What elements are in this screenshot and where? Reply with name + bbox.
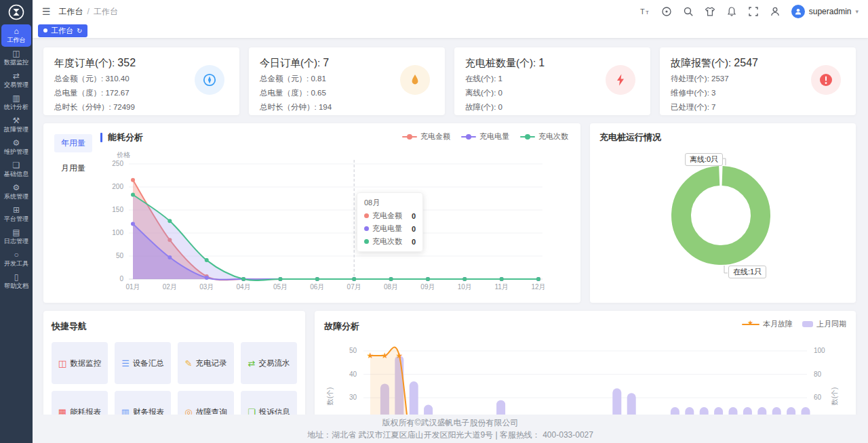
svg-text:12月: 12月 xyxy=(531,283,545,291)
monitor-icon: ◫ xyxy=(12,49,20,58)
svg-text:60: 60 xyxy=(814,394,822,401)
star-icon: ★ xyxy=(747,319,753,326)
legend-bar-marker xyxy=(802,321,813,327)
sidebar-item-系统管理[interactable]: ⚙系统管理 xyxy=(0,181,33,203)
sidebar-item-帮助文档[interactable]: ▯帮助文档 xyxy=(0,270,33,293)
legend-item-充电金额[interactable]: 充电金额 xyxy=(402,131,450,142)
energy-chart-svg[interactable]: 05010015020025001月02月03月04月05月06月07月08月0… xyxy=(100,145,570,299)
header-fullscreen-icon[interactable] xyxy=(748,6,759,17)
quick-nav-title: 快捷导航 xyxy=(52,319,297,334)
pile-status-title: 充电桩运行情况 xyxy=(599,130,846,145)
tooltip-series-dot xyxy=(364,213,369,218)
legend-item-本月故障[interactable]: ★本月故障 xyxy=(742,319,793,329)
copyright-line: 版权所有©武汉盛帆电子股份有限公司 xyxy=(33,417,868,429)
quick-nav-充电记录[interactable]: ✎充电记录 xyxy=(178,342,234,384)
legend-marker xyxy=(520,136,535,138)
stat-card-title: 故障报警(个): xyxy=(671,57,734,68)
sidebar-item-开发工具[interactable]: ○开发工具 xyxy=(0,248,33,270)
stat-card-line: 已处理(个): 7 xyxy=(671,102,845,112)
svg-text:10月: 10月 xyxy=(458,283,472,291)
hamburger-icon[interactable]: ☰ xyxy=(42,6,51,17)
sidebar-item-数据监控[interactable]: ◫数据监控 xyxy=(0,47,33,69)
energy-analysis-card: 年用量 月用量 能耗分析 充电金额充电电量充电次数 05010015020025… xyxy=(43,123,580,303)
sidebar-item-日志管理[interactable]: ▤日志管理 xyxy=(0,226,33,248)
sidebar-item-故障管理[interactable]: ⚒故障管理 xyxy=(0,114,33,136)
quick-nav-flow-icon: ⇄ xyxy=(248,358,256,368)
header-text-size-icon[interactable]: TT xyxy=(639,6,650,17)
svg-text:100: 100 xyxy=(814,347,825,354)
quick-nav-数据监控[interactable]: ◫数据监控 xyxy=(52,342,108,384)
donut-chart-area: 离线:0只 在线:1只 xyxy=(599,148,846,286)
drop-icon xyxy=(400,65,430,95)
svg-text:100: 100 xyxy=(112,229,123,236)
legend-dot xyxy=(525,134,530,140)
quick-nav-设备汇总[interactable]: ☰设备汇总 xyxy=(115,342,171,384)
svg-text:11月: 11月 xyxy=(494,283,508,291)
wrench-icon: ⚒ xyxy=(13,117,20,125)
stat-card-title: 充电桩数量(个): xyxy=(465,57,538,68)
compass-icon xyxy=(195,65,224,95)
svg-text:数(个): 数(个) xyxy=(831,387,838,406)
tab-active-dot xyxy=(43,28,47,33)
sidebar-item-平台管理[interactable]: ⊞平台管理 xyxy=(0,203,33,226)
svg-text:★: ★ xyxy=(395,351,403,360)
sidebar-item-label: 系统管理 xyxy=(4,192,28,201)
legend-dot xyxy=(407,134,412,140)
svg-text:T: T xyxy=(640,7,645,16)
svg-text:02月: 02月 xyxy=(163,283,177,291)
svg-text:08月: 08月 xyxy=(384,283,398,291)
tab-year-usage[interactable]: 年用量 xyxy=(54,134,92,152)
tooltip-series-dot xyxy=(364,226,369,231)
tooltip-rows: 充电金额0充电电量0充电次数0 xyxy=(364,211,416,247)
sidebar-item-工作台[interactable]: ⌂工作台 xyxy=(1,24,31,47)
legend-item-充电电量[interactable]: 充电电量 xyxy=(461,131,509,142)
sidebar-item-交易管理[interactable]: ⇄交易管理 xyxy=(0,69,33,91)
sidebar-item-label: 交易管理 xyxy=(4,81,28,89)
legend-item-充电次数[interactable]: 充电次数 xyxy=(520,131,568,142)
tooltip-series-value: 0 xyxy=(402,238,416,246)
breadcrumb-root[interactable]: 工作台 xyxy=(59,6,83,18)
legend-item-上月同期[interactable]: 上月同期 xyxy=(802,319,846,329)
pile-status-card: 充电桩运行情况 离线:0只 在线:1只 xyxy=(590,123,856,303)
legend-marker xyxy=(461,136,476,138)
tab-workbench[interactable]: 工作台 ↻ xyxy=(38,24,87,37)
tooltip-row: 充电电量0 xyxy=(364,224,416,234)
stat-card: 年度订单(个): 352总金额（元）: 310.40总电量（度）: 172.67… xyxy=(43,47,239,115)
header-theme-icon[interactable] xyxy=(705,6,715,17)
tooltip-series-label: 充电电量 xyxy=(372,224,402,234)
topbar: ☰ 工作台 / 工作台 TT superadmin ▾ xyxy=(33,0,868,23)
donut-chart-svg[interactable] xyxy=(599,148,846,286)
tooltip-series-label: 充电金额 xyxy=(372,211,402,221)
energy-tab-column: 年用量 月用量 xyxy=(52,130,100,296)
fault-legend: ★本月故障上月同期 xyxy=(742,319,846,329)
header-profile-icon[interactable] xyxy=(770,6,781,17)
donut-label-online: 在线:1只 xyxy=(728,266,766,278)
sidebar-item-统计分析[interactable]: ▥统计分析 xyxy=(0,91,33,114)
sidebar-item-维护管理[interactable]: ⚙维护管理 xyxy=(0,136,33,159)
dev-tools-icon: ○ xyxy=(14,251,18,259)
refresh-icon[interactable]: ↻ xyxy=(77,27,82,35)
legend-marker xyxy=(402,136,417,138)
user-menu[interactable]: superadmin ▾ xyxy=(791,5,859,18)
tab-label: 工作台 xyxy=(51,26,73,36)
app-logo[interactable] xyxy=(0,0,33,24)
header-guide-icon[interactable] xyxy=(661,6,672,17)
sidebar-item-基础信息[interactable]: ❏基础信息 xyxy=(0,159,33,181)
tooltip-row: 充电金额0 xyxy=(364,211,416,221)
sidebar-item-label: 日志管理 xyxy=(4,237,28,245)
quick-nav-交易流水[interactable]: ⇄交易流水 xyxy=(241,342,297,384)
header-notification-icon[interactable] xyxy=(726,6,737,17)
chevron-down-icon: ▾ xyxy=(855,8,859,15)
legend-dot xyxy=(466,134,471,140)
svg-text:★: ★ xyxy=(381,351,389,360)
page-footer: 版权所有©武汉盛帆电子股份有限公司 地址：湖北省 武汉市江夏区庙山开发区阳光大道… xyxy=(33,415,868,443)
sidebar-item-label: 平台管理 xyxy=(4,215,28,223)
energy-legend: 充电金额充电电量充电次数 xyxy=(402,131,568,142)
header-search-icon[interactable] xyxy=(683,6,694,17)
tabbar: 工作台 ↻ xyxy=(33,23,868,38)
home-icon: ⌂ xyxy=(14,27,18,36)
stat-card: 充电桩数量(个): 1在线(个): 1离线(个): 0故障(个): 0 xyxy=(454,47,650,115)
stat-card-title: 年度订单(个): xyxy=(54,57,117,68)
tab-month-usage[interactable]: 月用量 xyxy=(54,159,92,177)
svg-text:03月: 03月 xyxy=(199,283,214,291)
